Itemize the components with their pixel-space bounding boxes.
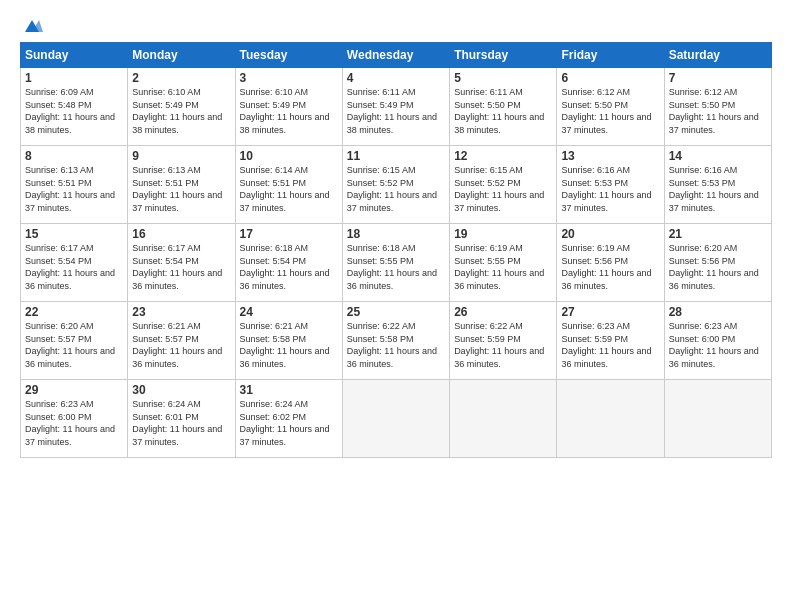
day-number: 12 <box>454 149 552 163</box>
day-info: Sunrise: 6:17 AMSunset: 5:54 PMDaylight:… <box>132 242 230 292</box>
day-cell: 5 Sunrise: 6:11 AMSunset: 5:50 PMDayligh… <box>450 68 557 146</box>
day-number: 14 <box>669 149 767 163</box>
day-cell: 16 Sunrise: 6:17 AMSunset: 5:54 PMDaylig… <box>128 224 235 302</box>
day-number: 18 <box>347 227 445 241</box>
day-cell: 9 Sunrise: 6:13 AMSunset: 5:51 PMDayligh… <box>128 146 235 224</box>
day-info: Sunrise: 6:17 AMSunset: 5:54 PMDaylight:… <box>25 242 123 292</box>
day-cell: 6 Sunrise: 6:12 AMSunset: 5:50 PMDayligh… <box>557 68 664 146</box>
header <box>20 18 772 32</box>
week-row-2: 8 Sunrise: 6:13 AMSunset: 5:51 PMDayligh… <box>21 146 772 224</box>
week-row-3: 15 Sunrise: 6:17 AMSunset: 5:54 PMDaylig… <box>21 224 772 302</box>
day-info: Sunrise: 6:18 AMSunset: 5:54 PMDaylight:… <box>240 242 338 292</box>
day-number: 6 <box>561 71 659 85</box>
day-cell: 8 Sunrise: 6:13 AMSunset: 5:51 PMDayligh… <box>21 146 128 224</box>
calendar-table: SundayMondayTuesdayWednesdayThursdayFrid… <box>20 42 772 458</box>
day-info: Sunrise: 6:19 AMSunset: 5:55 PMDaylight:… <box>454 242 552 292</box>
day-cell: 30 Sunrise: 6:24 AMSunset: 6:01 PMDaylig… <box>128 380 235 458</box>
day-info: Sunrise: 6:23 AMSunset: 6:00 PMDaylight:… <box>669 320 767 370</box>
day-number: 30 <box>132 383 230 397</box>
day-number: 24 <box>240 305 338 319</box>
day-number: 23 <box>132 305 230 319</box>
day-cell: 2 Sunrise: 6:10 AMSunset: 5:49 PMDayligh… <box>128 68 235 146</box>
day-info: Sunrise: 6:11 AMSunset: 5:49 PMDaylight:… <box>347 86 445 136</box>
day-cell: 19 Sunrise: 6:19 AMSunset: 5:55 PMDaylig… <box>450 224 557 302</box>
day-number: 31 <box>240 383 338 397</box>
day-cell: 29 Sunrise: 6:23 AMSunset: 6:00 PMDaylig… <box>21 380 128 458</box>
day-header-sunday: Sunday <box>21 43 128 68</box>
day-cell: 26 Sunrise: 6:22 AMSunset: 5:59 PMDaylig… <box>450 302 557 380</box>
day-number: 16 <box>132 227 230 241</box>
day-info: Sunrise: 6:14 AMSunset: 5:51 PMDaylight:… <box>240 164 338 214</box>
day-info: Sunrise: 6:21 AMSunset: 5:57 PMDaylight:… <box>132 320 230 370</box>
header-row: SundayMondayTuesdayWednesdayThursdayFrid… <box>21 43 772 68</box>
day-info: Sunrise: 6:09 AMSunset: 5:48 PMDaylight:… <box>25 86 123 136</box>
day-cell: 24 Sunrise: 6:21 AMSunset: 5:58 PMDaylig… <box>235 302 342 380</box>
day-cell: 27 Sunrise: 6:23 AMSunset: 5:59 PMDaylig… <box>557 302 664 380</box>
day-info: Sunrise: 6:24 AMSunset: 6:02 PMDaylight:… <box>240 398 338 448</box>
day-header-monday: Monday <box>128 43 235 68</box>
day-info: Sunrise: 6:15 AMSunset: 5:52 PMDaylight:… <box>347 164 445 214</box>
day-info: Sunrise: 6:23 AMSunset: 6:00 PMDaylight:… <box>25 398 123 448</box>
day-cell <box>557 380 664 458</box>
day-info: Sunrise: 6:10 AMSunset: 5:49 PMDaylight:… <box>132 86 230 136</box>
day-number: 27 <box>561 305 659 319</box>
day-number: 20 <box>561 227 659 241</box>
day-cell: 10 Sunrise: 6:14 AMSunset: 5:51 PMDaylig… <box>235 146 342 224</box>
day-cell <box>342 380 449 458</box>
day-cell <box>450 380 557 458</box>
day-header-tuesday: Tuesday <box>235 43 342 68</box>
day-number: 15 <box>25 227 123 241</box>
day-cell: 12 Sunrise: 6:15 AMSunset: 5:52 PMDaylig… <box>450 146 557 224</box>
day-info: Sunrise: 6:20 AMSunset: 5:57 PMDaylight:… <box>25 320 123 370</box>
day-info: Sunrise: 6:10 AMSunset: 5:49 PMDaylight:… <box>240 86 338 136</box>
day-header-friday: Friday <box>557 43 664 68</box>
day-info: Sunrise: 6:21 AMSunset: 5:58 PMDaylight:… <box>240 320 338 370</box>
day-number: 8 <box>25 149 123 163</box>
day-info: Sunrise: 6:16 AMSunset: 5:53 PMDaylight:… <box>561 164 659 214</box>
logo-icon <box>21 18 43 36</box>
day-info: Sunrise: 6:16 AMSunset: 5:53 PMDaylight:… <box>669 164 767 214</box>
day-number: 29 <box>25 383 123 397</box>
day-number: 10 <box>240 149 338 163</box>
day-number: 2 <box>132 71 230 85</box>
day-number: 13 <box>561 149 659 163</box>
day-info: Sunrise: 6:13 AMSunset: 5:51 PMDaylight:… <box>25 164 123 214</box>
day-cell: 23 Sunrise: 6:21 AMSunset: 5:57 PMDaylig… <box>128 302 235 380</box>
day-info: Sunrise: 6:12 AMSunset: 5:50 PMDaylight:… <box>561 86 659 136</box>
day-info: Sunrise: 6:15 AMSunset: 5:52 PMDaylight:… <box>454 164 552 214</box>
day-number: 21 <box>669 227 767 241</box>
day-cell <box>664 380 771 458</box>
day-info: Sunrise: 6:19 AMSunset: 5:56 PMDaylight:… <box>561 242 659 292</box>
week-row-5: 29 Sunrise: 6:23 AMSunset: 6:00 PMDaylig… <box>21 380 772 458</box>
day-number: 25 <box>347 305 445 319</box>
day-header-wednesday: Wednesday <box>342 43 449 68</box>
day-cell: 15 Sunrise: 6:17 AMSunset: 5:54 PMDaylig… <box>21 224 128 302</box>
day-header-saturday: Saturday <box>664 43 771 68</box>
day-cell: 22 Sunrise: 6:20 AMSunset: 5:57 PMDaylig… <box>21 302 128 380</box>
day-cell: 31 Sunrise: 6:24 AMSunset: 6:02 PMDaylig… <box>235 380 342 458</box>
day-info: Sunrise: 6:22 AMSunset: 5:58 PMDaylight:… <box>347 320 445 370</box>
day-cell: 17 Sunrise: 6:18 AMSunset: 5:54 PMDaylig… <box>235 224 342 302</box>
day-info: Sunrise: 6:23 AMSunset: 5:59 PMDaylight:… <box>561 320 659 370</box>
day-cell: 21 Sunrise: 6:20 AMSunset: 5:56 PMDaylig… <box>664 224 771 302</box>
logo <box>20 18 43 32</box>
day-cell: 20 Sunrise: 6:19 AMSunset: 5:56 PMDaylig… <box>557 224 664 302</box>
day-number: 3 <box>240 71 338 85</box>
day-header-thursday: Thursday <box>450 43 557 68</box>
day-cell: 7 Sunrise: 6:12 AMSunset: 5:50 PMDayligh… <box>664 68 771 146</box>
day-number: 4 <box>347 71 445 85</box>
day-info: Sunrise: 6:12 AMSunset: 5:50 PMDaylight:… <box>669 86 767 136</box>
week-row-1: 1 Sunrise: 6:09 AMSunset: 5:48 PMDayligh… <box>21 68 772 146</box>
day-number: 11 <box>347 149 445 163</box>
day-info: Sunrise: 6:11 AMSunset: 5:50 PMDaylight:… <box>454 86 552 136</box>
day-cell: 25 Sunrise: 6:22 AMSunset: 5:58 PMDaylig… <box>342 302 449 380</box>
day-number: 26 <box>454 305 552 319</box>
day-number: 5 <box>454 71 552 85</box>
day-cell: 4 Sunrise: 6:11 AMSunset: 5:49 PMDayligh… <box>342 68 449 146</box>
day-cell: 3 Sunrise: 6:10 AMSunset: 5:49 PMDayligh… <box>235 68 342 146</box>
week-row-4: 22 Sunrise: 6:20 AMSunset: 5:57 PMDaylig… <box>21 302 772 380</box>
day-cell: 14 Sunrise: 6:16 AMSunset: 5:53 PMDaylig… <box>664 146 771 224</box>
day-number: 22 <box>25 305 123 319</box>
day-info: Sunrise: 6:22 AMSunset: 5:59 PMDaylight:… <box>454 320 552 370</box>
day-cell: 1 Sunrise: 6:09 AMSunset: 5:48 PMDayligh… <box>21 68 128 146</box>
